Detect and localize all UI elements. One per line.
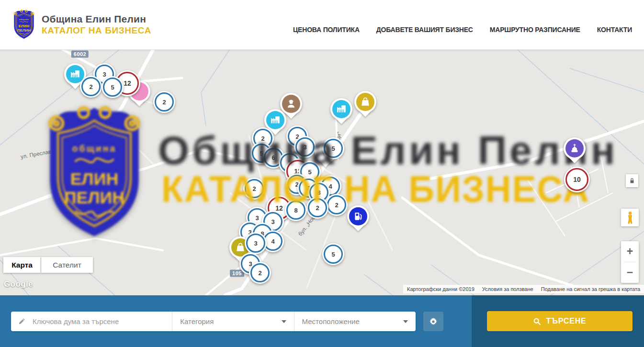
site-title: Община Елин Пелин xyxy=(42,13,151,25)
worker-icon xyxy=(282,95,300,113)
search-icon xyxy=(533,317,541,325)
nav-add-business[interactable]: ДОБАВЕТЕ ВАШИЯТ БИЗНЕС xyxy=(376,26,473,34)
gear-icon xyxy=(429,317,438,326)
map-type-satellite-button[interactable]: Сателит xyxy=(41,257,93,273)
svg-text:община: община xyxy=(19,18,29,21)
location-select-label: Местоположение xyxy=(302,317,403,325)
chevron-down-icon xyxy=(282,320,286,323)
search-keyword-input[interactable] xyxy=(32,317,172,326)
zoom-control: + − xyxy=(621,241,639,283)
zoom-out-button[interactable]: − xyxy=(621,262,639,283)
cluster-count: 2 xyxy=(155,92,174,112)
cluster-count: 2 xyxy=(81,77,101,96)
category-select[interactable]: Категория xyxy=(172,312,294,331)
map-marker-cluster[interactable]: 5 xyxy=(322,243,344,265)
map-marker-pin-fuel[interactable] xyxy=(347,205,369,227)
google-map[interactable]: 6002105ул. Преславбул. „Новоселци“ 31225… xyxy=(0,49,644,295)
svg-text:ЕЛИН: ЕЛИН xyxy=(19,24,30,28)
location-select[interactable]: Местоположение xyxy=(294,312,416,331)
svg-text:ПЕЛИН: ПЕЛИН xyxy=(17,28,31,33)
chevron-down-icon xyxy=(403,320,408,323)
cluster-count: 5 xyxy=(324,245,343,264)
cluster-count: 5 xyxy=(103,78,122,97)
map-marker-pin-worker[interactable] xyxy=(280,93,302,115)
map-marker-cluster[interactable]: 2 xyxy=(153,91,175,113)
search-button-label: ТЪРСЕНЕ xyxy=(546,317,586,325)
church-icon xyxy=(565,139,584,157)
pegman-icon xyxy=(626,211,634,224)
map-lock-control[interactable] xyxy=(626,174,638,187)
nav-pricing[interactable]: ЦЕНОВА ПОЛИТИКА xyxy=(293,26,360,34)
nav-contacts[interactable]: КОНТАКТИ xyxy=(597,26,632,34)
site-header: община ЕЛИН ПЕЛИН Община Елин Пелин КАТА… xyxy=(0,0,644,50)
street-view-pegman[interactable] xyxy=(621,209,639,226)
watermark-title: Община Елин Пелин xyxy=(158,127,618,174)
map-marker-cluster[interactable]: 2 xyxy=(249,262,271,284)
cluster-count: 10 xyxy=(565,168,588,191)
cluster-count: 2 xyxy=(250,263,270,282)
svg-text:ПЕЛИН: ПЕЛИН xyxy=(64,188,124,207)
municipality-shield-logo: община ЕЛИН ПЕЛИН xyxy=(12,8,36,41)
category-select-label: Категория xyxy=(180,317,281,325)
map-marker-cluster[interactable]: 3 xyxy=(245,232,267,254)
fuel-icon xyxy=(349,207,367,225)
keyword-section xyxy=(11,312,172,331)
attribution-copyright: Картографски данни ©2019 xyxy=(407,286,475,292)
search-submit-button[interactable]: ТЪРСЕНЕ xyxy=(487,311,633,331)
map-type-map-button[interactable]: Карта xyxy=(3,257,41,273)
map-type-control: Карта Сателит xyxy=(3,257,93,273)
map-marker-cluster[interactable]: 2 xyxy=(80,76,102,98)
factory-icon xyxy=(332,100,350,118)
main-nav: ЦЕНОВА ПОЛИТИКА ДОБАВЕТЕ ВАШИЯТ БИЗНЕС М… xyxy=(293,26,632,34)
site-logo[interactable]: община ЕЛИН ПЕЛИН Община Елин Пелин КАТА… xyxy=(12,8,151,41)
map-marker-pin-church[interactable] xyxy=(564,137,586,159)
search-bar: Категория Местоположение ТЪРСЕНЕ xyxy=(0,295,644,347)
pencil-icon xyxy=(18,317,26,325)
nav-route-schedule[interactable]: МАРШРУТНО РАЗПИСАНИЕ xyxy=(490,26,580,34)
zoom-in-button[interactable]: + xyxy=(621,241,639,262)
map-marker-pin-bag[interactable] xyxy=(354,91,376,113)
map-marker-pin-factory[interactable] xyxy=(330,98,352,120)
advanced-settings-button[interactable] xyxy=(423,312,443,331)
attribution-report-link[interactable]: Подаване на сигнал за грешка в картата xyxy=(541,286,640,292)
map-marker-cluster[interactable]: 5 xyxy=(102,76,124,98)
site-subtitle: КАТАЛОГ НА БИЗНЕСА xyxy=(42,25,151,36)
cluster-count: 3 xyxy=(246,234,265,253)
lock-icon xyxy=(629,177,635,184)
attribution-terms-link[interactable]: Условия за ползване xyxy=(482,286,533,292)
google-logo[interactable]: Google xyxy=(4,280,33,289)
map-attribution: Картографски данни ©2019 Условия за полз… xyxy=(403,285,644,293)
search-fields-box: Категория Местоположение xyxy=(11,312,416,331)
svg-text:ЕЛИН: ЕЛИН xyxy=(70,169,118,189)
factory-icon xyxy=(266,111,284,129)
watermark-subtitle: КАТАЛОГ НА БИЗНЕСА xyxy=(161,168,589,211)
watermark-shield: община ЕЛИН ПЕЛИН xyxy=(40,102,149,242)
svg-text:община: община xyxy=(72,143,116,154)
map-marker-cluster[interactable]: 10 xyxy=(564,167,590,192)
bag-icon xyxy=(356,93,374,111)
